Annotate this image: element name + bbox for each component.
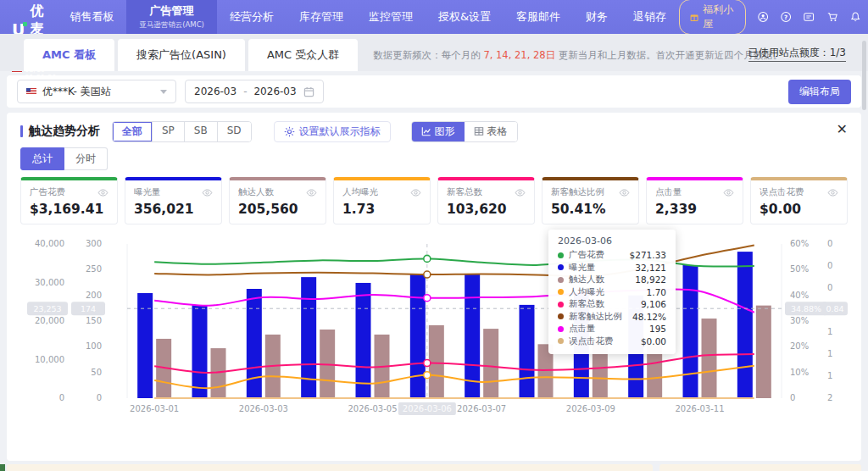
tab-AMC 看板[interactable]: AMC 看板 — [24, 39, 114, 71]
bar-曝光量[interactable] — [737, 252, 753, 398]
nav-item-退销存[interactable]: 退销存 — [620, 0, 679, 34]
customer-service-icon[interactable] — [757, 9, 769, 25]
help-icon[interactable]: ? — [780, 9, 792, 25]
scope-option-SD[interactable]: SD — [218, 122, 251, 141]
bar-触达人数[interactable] — [702, 319, 717, 398]
x-axis-label: 2026-03-03 — [239, 404, 288, 413]
eye-icon[interactable] — [619, 187, 630, 198]
eye-icon[interactable] — [515, 187, 526, 198]
title-accent-bar — [20, 125, 23, 137]
store-select-value: 优***K- 美国站 — [42, 85, 154, 99]
nav-item-label: 授权&设置 — [438, 9, 491, 25]
bar-触达人数[interactable] — [483, 329, 498, 398]
tab-AMC 受众人群[interactable]: AMC 受众人群 — [248, 39, 358, 71]
x-axis-label: 2026-03-05 — [348, 404, 397, 413]
scope-option-SP[interactable]: SP — [153, 122, 185, 141]
bar-曝光量[interactable] — [465, 274, 480, 398]
nav-item-授权&设置[interactable]: 授权&设置 — [426, 0, 504, 34]
eye-icon[interactable] — [97, 187, 108, 198]
bar-触达人数[interactable] — [429, 325, 444, 398]
view-table-option[interactable]: 表格 — [465, 122, 517, 141]
nav-item-经营分析[interactable]: 经营分析 — [217, 0, 287, 34]
calendar-icon — [303, 86, 314, 97]
site-quota[interactable]: 已使用站点额度：1/3 — [748, 46, 846, 62]
tab-搜索广告位(ASIN)[interactable]: 搜索广告位(ASIN) — [118, 39, 245, 71]
chart-tooltip: 2026-03-06 广告花费$271.33曝光量32,121触达人数18,92… — [548, 230, 676, 354]
axis-tick-pct: 0 — [790, 393, 795, 402]
bar-曝光量[interactable] — [247, 289, 262, 398]
tooltip-title: 2026-03-06 — [558, 236, 666, 247]
axis-tick-pct: 40% — [790, 291, 809, 300]
bell-icon[interactable] — [849, 9, 861, 25]
gift-icon — [690, 12, 698, 23]
svg-text:34.88%: 34.88% — [791, 304, 821, 313]
metric-label: 曝光量 — [134, 186, 161, 198]
series-value: 9,106 — [641, 299, 666, 309]
trend-panel: 触达趋势分析 全部SPSBSD 设置默认展示指标 图形 表格 ✕ 总计 分时 广… — [7, 113, 861, 461]
welfare-label: 福利小屋 — [703, 3, 735, 31]
marker-点击量 — [424, 295, 431, 302]
tooltip-row: 人均曝光1.70 — [558, 286, 666, 299]
nav-item-监控管理[interactable]: 监控管理 — [356, 0, 426, 34]
edit-layout-button[interactable]: 编辑布局 — [788, 80, 851, 104]
message-icon[interactable] — [803, 9, 815, 25]
metric-label: 广告花费 — [30, 186, 65, 198]
peek-accent — [0, 464, 5, 471]
nav-item-财务[interactable]: 财务 — [573, 0, 620, 34]
top-nav: U 优麦云 (UTC-7): 03/19 01:31:21 销售看板广告管理亚马… — [0, 0, 868, 34]
metric-card-触达人数: 触达人数205,560 — [229, 177, 326, 224]
metric-card-top: 曝光量 — [134, 186, 213, 198]
nav-item-库存管理[interactable]: 库存管理 — [287, 0, 356, 34]
scrollbar[interactable] — [862, 41, 866, 110]
marker-广告花费 — [424, 255, 431, 262]
axis-tick-out: 2 — [827, 393, 832, 402]
metric-value: $3,169.41 — [30, 202, 108, 217]
bar-曝光量[interactable] — [410, 274, 426, 398]
bar-曝光量[interactable] — [520, 305, 535, 398]
close-icon[interactable]: ✕ — [837, 123, 848, 136]
series-name: 新客总数 — [569, 298, 641, 310]
series-dot — [558, 289, 564, 295]
nav-menu: 销售看板广告管理亚马逊营销云(AMC)经营分析库存管理监控管理授权&设置客服邮件… — [57, 0, 679, 34]
metric-cards-row: 广告花费$3,169.41曝光量356,021触达人数205,560人均曝光1.… — [20, 177, 848, 224]
metric-card-误点击花费: 误点击花费$0.00 — [750, 177, 848, 224]
mode-hourly-button[interactable]: 分时 — [64, 147, 108, 170]
svg-text:23,253: 23,253 — [33, 304, 61, 313]
store-select[interactable]: 优***K- 美国站 — [17, 80, 176, 103]
tooltip-row: 新客触达比例48.12% — [558, 311, 666, 324]
eye-icon[interactable] — [410, 187, 421, 198]
nav-item-广告管理[interactable]: 广告管理亚马逊营销云(AMC) — [126, 0, 217, 34]
nav-item-客服邮件[interactable]: 客服邮件 — [504, 0, 573, 34]
default-metrics-button[interactable]: 设置默认展示指标 — [274, 121, 391, 142]
scope-option-SB[interactable]: SB — [185, 122, 218, 141]
eye-icon[interactable] — [202, 187, 213, 198]
welfare-button[interactable]: 福利小屋 — [679, 0, 746, 35]
trend-chart: 2026-03-06 广告花费$271.33曝光量32,121触达人数18,92… — [20, 231, 848, 435]
nav-item-销售看板[interactable]: 销售看板 — [57, 0, 126, 34]
mode-total-button[interactable]: 总计 — [20, 147, 64, 170]
metric-value: 356,021 — [134, 202, 213, 217]
peek-card-right — [659, 464, 861, 471]
bar-曝光量[interactable] — [192, 305, 208, 398]
bar-触达人数[interactable] — [756, 306, 771, 398]
series-value: 48.12% — [632, 312, 666, 322]
scope-option-全部[interactable]: 全部 — [113, 122, 153, 141]
eye-icon[interactable] — [827, 187, 838, 198]
series-dot — [558, 326, 564, 332]
date-range-picker[interactable]: 2026-03 - 2026-03 — [185, 80, 324, 103]
view-chart-option[interactable]: 图形 — [412, 122, 465, 141]
update-note: 数据更新频次：每个月的 7, 14, 21, 28日 更新当月和上月数据。首次开… — [373, 49, 782, 62]
axis-tick-out: 0 — [827, 283, 832, 292]
trend-chart-svg: 40,00030,00020,00010,0000300250200150100… — [20, 231, 848, 435]
cart-icon[interactable] — [826, 9, 838, 25]
eye-icon[interactable] — [723, 187, 734, 198]
nav-item-label: 库存管理 — [299, 9, 343, 25]
eye-icon[interactable] — [306, 187, 317, 198]
axis-tick-out: 0 — [827, 239, 832, 248]
series-name: 广告花费 — [569, 249, 630, 261]
metric-card-广告花费: 广告花费$3,169.41 — [20, 177, 118, 224]
bar-曝光量[interactable] — [356, 283, 371, 398]
series-dot — [558, 302, 564, 308]
metric-value: 50.41% — [551, 202, 630, 217]
bar-曝光量[interactable] — [683, 265, 698, 398]
